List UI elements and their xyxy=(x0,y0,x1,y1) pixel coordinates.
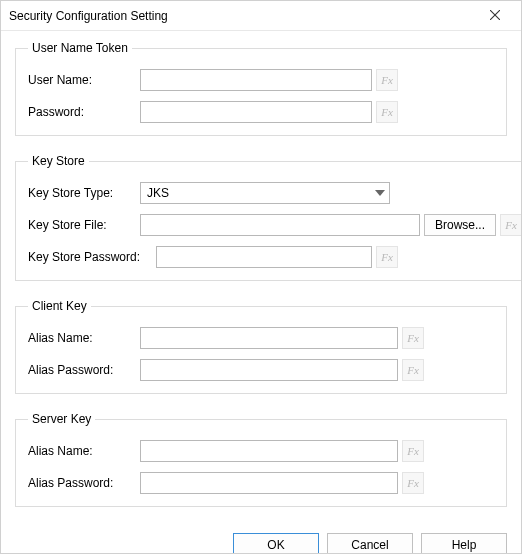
input-keystore-file[interactable] xyxy=(140,214,420,236)
browse-button[interactable]: Browse... xyxy=(424,214,496,236)
label-keystore-type: Key Store Type: xyxy=(28,186,140,200)
group-legend: Key Store xyxy=(28,154,89,168)
row-keystore-password: Key Store Password: Fx xyxy=(28,246,522,268)
input-password[interactable] xyxy=(140,101,372,123)
help-button[interactable]: Help xyxy=(421,533,507,554)
close-button[interactable] xyxy=(475,2,515,30)
input-client-alias-name[interactable] xyxy=(140,327,398,349)
cancel-button[interactable]: Cancel xyxy=(327,533,413,554)
label-alias-name: Alias Name: xyxy=(28,444,140,458)
row-client-alias-name: Alias Name: Fx xyxy=(28,327,494,349)
row-client-alias-password: Alias Password: Fx xyxy=(28,359,494,381)
chevron-down-icon xyxy=(375,190,385,196)
fx-button[interactable]: Fx xyxy=(402,359,424,381)
label-user-name: User Name: xyxy=(28,73,140,87)
input-server-alias-name[interactable] xyxy=(140,440,398,462)
window-title: Security Configuration Setting xyxy=(9,9,168,23)
fx-button[interactable]: Fx xyxy=(376,246,398,268)
label-alias-password: Alias Password: xyxy=(28,363,140,377)
svg-marker-2 xyxy=(375,190,385,196)
group-legend: Client Key xyxy=(28,299,91,313)
title-bar: Security Configuration Setting xyxy=(1,1,521,31)
group-server-key: Server Key Alias Name: Fx Alias Password… xyxy=(15,412,507,507)
close-icon xyxy=(490,9,500,23)
label-keystore-password: Key Store Password: xyxy=(28,250,156,264)
input-user-name[interactable] xyxy=(140,69,372,91)
select-keystore-type[interactable]: JKS xyxy=(140,182,390,204)
group-legend: User Name Token xyxy=(28,41,132,55)
input-keystore-password[interactable] xyxy=(156,246,372,268)
group-user-name-token: User Name Token User Name: Fx Password: … xyxy=(15,41,507,136)
ok-button[interactable]: OK xyxy=(233,533,319,554)
group-legend: Server Key xyxy=(28,412,95,426)
input-server-alias-password[interactable] xyxy=(140,472,398,494)
fx-button[interactable]: Fx xyxy=(402,327,424,349)
fx-button[interactable]: Fx xyxy=(376,69,398,91)
input-client-alias-password[interactable] xyxy=(140,359,398,381)
row-user-name: User Name: Fx xyxy=(28,69,494,91)
dialog-content: User Name Token User Name: Fx Password: … xyxy=(1,31,521,507)
dialog-button-row: OK Cancel Help xyxy=(1,525,521,554)
label-alias-password: Alias Password: xyxy=(28,476,140,490)
row-password: Password: Fx xyxy=(28,101,494,123)
fx-button[interactable]: Fx xyxy=(376,101,398,123)
row-server-alias-name: Alias Name: Fx xyxy=(28,440,494,462)
fx-button[interactable]: Fx xyxy=(500,214,522,236)
label-password: Password: xyxy=(28,105,140,119)
fx-button[interactable]: Fx xyxy=(402,472,424,494)
group-key-store: Key Store Key Store Type: JKS Key Store … xyxy=(15,154,522,281)
label-alias-name: Alias Name: xyxy=(28,331,140,345)
select-value: JKS xyxy=(147,186,169,200)
fx-button[interactable]: Fx xyxy=(402,440,424,462)
group-client-key: Client Key Alias Name: Fx Alias Password… xyxy=(15,299,507,394)
row-keystore-file: Key Store File: Browse... Fx xyxy=(28,214,522,236)
row-keystore-type: Key Store Type: JKS xyxy=(28,182,522,204)
label-keystore-file: Key Store File: xyxy=(28,218,140,232)
row-server-alias-password: Alias Password: Fx xyxy=(28,472,494,494)
